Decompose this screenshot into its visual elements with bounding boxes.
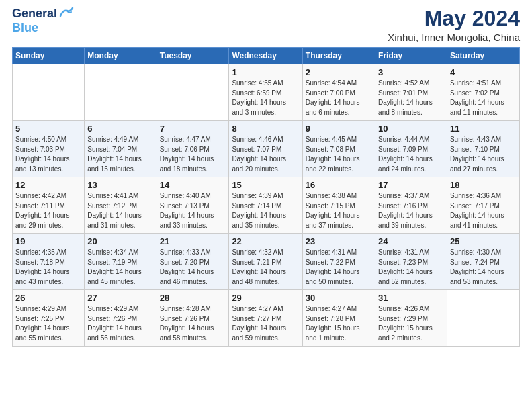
- day-info: Sunrise: 4:37 AMSunset: 7:16 PMDaylight:…: [378, 191, 444, 230]
- subtitle: Xinhui, Inner Mongolia, China: [388, 32, 520, 43]
- calendar-week-row-4: 19Sunrise: 4:35 AMSunset: 7:18 PMDayligh…: [13, 234, 520, 290]
- calendar-cell: 25Sunrise: 4:30 AMSunset: 7:24 PMDayligh…: [447, 234, 519, 290]
- day-number: 11: [450, 124, 517, 134]
- day-info: Sunrise: 4:33 AMSunset: 7:20 PMDaylight:…: [160, 248, 226, 287]
- day-number: 15: [232, 180, 299, 190]
- day-number: 24: [378, 236, 444, 246]
- calendar-cell: 17Sunrise: 4:37 AMSunset: 7:16 PMDayligh…: [375, 177, 447, 234]
- weekday-header-wednesday: Wednesday: [229, 48, 302, 64]
- calendar-week-row-1: 1Sunrise: 4:55 AMSunset: 6:59 PMDaylight…: [13, 64, 520, 121]
- day-info: Sunrise: 4:47 AMSunset: 7:06 PMDaylight:…: [160, 135, 226, 174]
- day-info: Sunrise: 4:55 AMSunset: 6:59 PMDaylight:…: [232, 79, 299, 118]
- calendar-cell: 3Sunrise: 4:52 AMSunset: 7:01 PMDaylight…: [375, 64, 447, 121]
- day-number: 25: [450, 236, 517, 246]
- calendar-cell: 9Sunrise: 4:45 AMSunset: 7:08 PMDaylight…: [302, 121, 375, 177]
- day-number: 29: [232, 293, 299, 303]
- page: General Blue May 2024 Xinhui, Inner Mong…: [0, 0, 532, 411]
- day-number: 9: [306, 124, 372, 134]
- day-number: 3: [378, 67, 444, 77]
- calendar-cell: 29Sunrise: 4:27 AMSunset: 7:27 PMDayligh…: [229, 290, 302, 347]
- calendar-cell: 1Sunrise: 4:55 AMSunset: 6:59 PMDaylight…: [229, 64, 302, 121]
- day-info: Sunrise: 4:45 AMSunset: 7:08 PMDaylight:…: [306, 135, 372, 174]
- calendar-cell: 5Sunrise: 4:50 AMSunset: 7:03 PMDaylight…: [13, 121, 85, 177]
- weekday-header-monday: Monday: [85, 48, 157, 64]
- day-info: Sunrise: 4:44 AMSunset: 7:09 PMDaylight:…: [378, 135, 444, 174]
- day-info: Sunrise: 4:31 AMSunset: 7:23 PMDaylight:…: [378, 248, 444, 287]
- day-number: 4: [450, 67, 517, 77]
- day-number: 22: [232, 236, 299, 246]
- day-number: 27: [87, 293, 153, 303]
- calendar-cell: 18Sunrise: 4:36 AMSunset: 7:17 PMDayligh…: [447, 177, 519, 234]
- calendar-cell: 27Sunrise: 4:29 AMSunset: 7:26 PMDayligh…: [85, 290, 157, 347]
- day-number: 19: [15, 236, 81, 246]
- day-number: 7: [160, 124, 226, 134]
- day-info: Sunrise: 4:27 AMSunset: 7:28 PMDaylight:…: [306, 304, 372, 343]
- day-info: Sunrise: 4:28 AMSunset: 7:26 PMDaylight:…: [160, 304, 226, 343]
- day-number: 26: [15, 293, 81, 303]
- day-info: Sunrise: 4:29 AMSunset: 7:25 PMDaylight:…: [15, 304, 81, 343]
- day-number: 2: [306, 67, 372, 77]
- day-number: 12: [15, 180, 81, 190]
- day-info: Sunrise: 4:30 AMSunset: 7:24 PMDaylight:…: [450, 248, 517, 287]
- day-info: Sunrise: 4:43 AMSunset: 7:10 PMDaylight:…: [450, 135, 517, 174]
- calendar-cell: 30Sunrise: 4:27 AMSunset: 7:28 PMDayligh…: [302, 290, 375, 347]
- calendar-cell: 11Sunrise: 4:43 AMSunset: 7:10 PMDayligh…: [447, 121, 519, 177]
- calendar-cell: 8Sunrise: 4:46 AMSunset: 7:07 PMDaylight…: [229, 121, 302, 177]
- calendar-table: SundayMondayTuesdayWednesdayThursdayFrid…: [12, 47, 520, 347]
- weekday-header-sunday: Sunday: [13, 48, 85, 64]
- logo: General Blue: [12, 7, 74, 35]
- logo-general-text: General: [12, 7, 57, 21]
- logo-blue-text: Blue: [12, 21, 38, 35]
- day-number: 13: [87, 180, 153, 190]
- calendar-cell: 15Sunrise: 4:39 AMSunset: 7:14 PMDayligh…: [229, 177, 302, 234]
- day-info: Sunrise: 4:31 AMSunset: 7:22 PMDaylight:…: [306, 248, 372, 287]
- day-info: Sunrise: 4:52 AMSunset: 7:01 PMDaylight:…: [378, 79, 444, 118]
- day-number: 14: [160, 180, 226, 190]
- calendar-cell: 31Sunrise: 4:26 AMSunset: 7:29 PMDayligh…: [375, 290, 447, 347]
- calendar-cell: 16Sunrise: 4:38 AMSunset: 7:15 PMDayligh…: [302, 177, 375, 234]
- calendar-cell: 4Sunrise: 4:51 AMSunset: 7:02 PMDaylight…: [447, 64, 519, 121]
- day-info: Sunrise: 4:46 AMSunset: 7:07 PMDaylight:…: [232, 135, 299, 174]
- main-title: May 2024: [388, 7, 520, 30]
- day-info: Sunrise: 4:54 AMSunset: 7:00 PMDaylight:…: [306, 79, 372, 118]
- weekday-header-thursday: Thursday: [302, 48, 375, 64]
- title-block: May 2024 Xinhui, Inner Mongolia, China: [388, 7, 520, 43]
- day-number: 30: [306, 293, 372, 303]
- day-info: Sunrise: 4:32 AMSunset: 7:21 PMDaylight:…: [232, 248, 299, 287]
- weekday-header-row: SundayMondayTuesdayWednesdayThursdayFrid…: [13, 48, 520, 64]
- day-number: 18: [450, 180, 517, 190]
- calendar-cell: 24Sunrise: 4:31 AMSunset: 7:23 PMDayligh…: [375, 234, 447, 290]
- day-info: Sunrise: 4:35 AMSunset: 7:18 PMDaylight:…: [15, 248, 81, 287]
- day-number: 23: [306, 236, 372, 246]
- logo-bird-icon: [59, 7, 74, 19]
- day-number: 6: [87, 124, 153, 134]
- calendar-cell: 14Sunrise: 4:40 AMSunset: 7:13 PMDayligh…: [157, 177, 229, 234]
- calendar-cell: [85, 64, 157, 121]
- day-info: Sunrise: 4:42 AMSunset: 7:11 PMDaylight:…: [15, 191, 81, 230]
- day-number: 10: [378, 124, 444, 134]
- header: General Blue May 2024 Xinhui, Inner Mong…: [12, 7, 520, 43]
- calendar-cell: 12Sunrise: 4:42 AMSunset: 7:11 PMDayligh…: [13, 177, 85, 234]
- day-info: Sunrise: 4:41 AMSunset: 7:12 PMDaylight:…: [87, 191, 153, 230]
- day-number: 1: [232, 67, 299, 77]
- calendar-cell: 10Sunrise: 4:44 AMSunset: 7:09 PMDayligh…: [375, 121, 447, 177]
- weekday-header-tuesday: Tuesday: [157, 48, 229, 64]
- day-number: 31: [378, 293, 444, 303]
- day-info: Sunrise: 4:27 AMSunset: 7:27 PMDaylight:…: [232, 304, 299, 343]
- calendar-week-row-5: 26Sunrise: 4:29 AMSunset: 7:25 PMDayligh…: [13, 290, 520, 347]
- day-number: 8: [232, 124, 299, 134]
- day-number: 28: [160, 293, 226, 303]
- calendar-cell: 20Sunrise: 4:34 AMSunset: 7:19 PMDayligh…: [85, 234, 157, 290]
- calendar-cell: 23Sunrise: 4:31 AMSunset: 7:22 PMDayligh…: [302, 234, 375, 290]
- day-info: Sunrise: 4:26 AMSunset: 7:29 PMDaylight:…: [378, 304, 444, 343]
- day-info: Sunrise: 4:38 AMSunset: 7:15 PMDaylight:…: [306, 191, 372, 230]
- calendar-cell: 19Sunrise: 4:35 AMSunset: 7:18 PMDayligh…: [13, 234, 85, 290]
- day-number: 5: [15, 124, 81, 134]
- day-info: Sunrise: 4:51 AMSunset: 7:02 PMDaylight:…: [450, 79, 517, 118]
- calendar-cell: 13Sunrise: 4:41 AMSunset: 7:12 PMDayligh…: [85, 177, 157, 234]
- calendar-week-row-3: 12Sunrise: 4:42 AMSunset: 7:11 PMDayligh…: [13, 177, 520, 234]
- day-info: Sunrise: 4:49 AMSunset: 7:04 PMDaylight:…: [87, 135, 153, 174]
- day-info: Sunrise: 4:40 AMSunset: 7:13 PMDaylight:…: [160, 191, 226, 230]
- day-info: Sunrise: 4:36 AMSunset: 7:17 PMDaylight:…: [450, 191, 517, 230]
- day-number: 21: [160, 236, 226, 246]
